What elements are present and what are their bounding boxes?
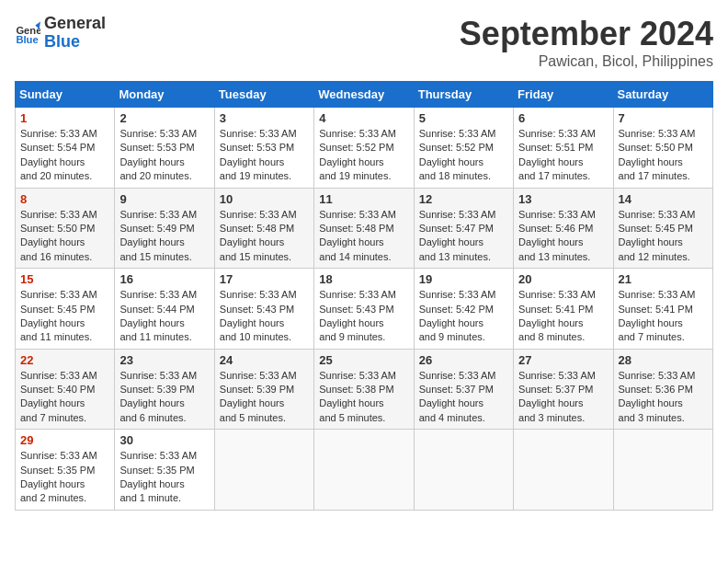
col-sunday: Sunday: [16, 82, 115, 108]
table-row: 23 Sunrise: 5:33 AM Sunset: 5:39 PM Dayl…: [115, 349, 214, 430]
table-row: 24 Sunrise: 5:33 AM Sunset: 5:39 PM Dayl…: [214, 349, 313, 430]
table-row: 7 Sunrise: 5:33 AM Sunset: 5:50 PM Dayli…: [613, 108, 712, 189]
calendar-week-row: 15 Sunrise: 5:33 AM Sunset: 5:45 PM Dayl…: [16, 269, 713, 350]
day-number: 22: [20, 353, 109, 367]
day-info: Sunrise: 5:33 AM Sunset: 5:40 PM Dayligh…: [20, 369, 109, 426]
table-row: 1 Sunrise: 5:33 AM Sunset: 5:54 PM Dayli…: [16, 108, 115, 189]
table-row: [314, 430, 414, 511]
day-number: 14: [619, 192, 708, 206]
logo-general-text: General: [44, 15, 106, 33]
day-info: Sunrise: 5:33 AM Sunset: 5:45 PM Dayligh…: [20, 288, 109, 345]
table-row: 13 Sunrise: 5:33 AM Sunset: 5:46 PM Dayl…: [514, 188, 613, 269]
col-monday: Monday: [115, 82, 214, 108]
calendar-header-row: Sunday Monday Tuesday Wednesday Thursday…: [16, 82, 713, 108]
day-info: Sunrise: 5:33 AM Sunset: 5:46 PM Dayligh…: [518, 208, 608, 265]
day-number: 12: [419, 192, 508, 206]
table-row: 3 Sunrise: 5:33 AM Sunset: 5:53 PM Dayli…: [214, 108, 313, 189]
day-number: 20: [518, 272, 608, 286]
day-info: Sunrise: 5:33 AM Sunset: 5:44 PM Dayligh…: [119, 288, 209, 345]
table-row: 5 Sunrise: 5:33 AM Sunset: 5:52 PM Dayli…: [414, 108, 513, 189]
day-number: 29: [20, 433, 109, 447]
table-row: 25 Sunrise: 5:33 AM Sunset: 5:38 PM Dayl…: [314, 349, 414, 430]
table-row: 8 Sunrise: 5:33 AM Sunset: 5:50 PM Dayli…: [16, 188, 115, 269]
col-saturday: Saturday: [613, 82, 712, 108]
title-area: September 2024 Pawican, Bicol, Philippin…: [460, 15, 713, 70]
table-row: 28 Sunrise: 5:33 AM Sunset: 5:36 PM Dayl…: [613, 349, 712, 430]
day-number: 25: [319, 353, 408, 367]
table-row: 2 Sunrise: 5:33 AM Sunset: 5:53 PM Dayli…: [115, 108, 214, 189]
day-info: Sunrise: 5:33 AM Sunset: 5:43 PM Dayligh…: [220, 288, 309, 345]
table-row: 15 Sunrise: 5:33 AM Sunset: 5:45 PM Dayl…: [16, 269, 115, 350]
day-info: Sunrise: 5:33 AM Sunset: 5:37 PM Dayligh…: [518, 369, 608, 426]
table-row: [214, 430, 313, 511]
calendar: Sunday Monday Tuesday Wednesday Thursday…: [15, 81, 713, 511]
table-row: 16 Sunrise: 5:33 AM Sunset: 5:44 PM Dayl…: [115, 269, 214, 350]
logo-icon: General Blue: [15, 20, 40, 46]
table-row: 9 Sunrise: 5:33 AM Sunset: 5:49 PM Dayli…: [115, 188, 214, 269]
location-title: Pawican, Bicol, Philippines: [460, 53, 713, 70]
day-info: Sunrise: 5:33 AM Sunset: 5:39 PM Dayligh…: [220, 369, 309, 426]
day-info: Sunrise: 5:33 AM Sunset: 5:38 PM Dayligh…: [319, 369, 408, 426]
day-number: 9: [119, 192, 209, 206]
table-row: 12 Sunrise: 5:33 AM Sunset: 5:47 PM Dayl…: [414, 188, 513, 269]
day-number: 10: [220, 192, 309, 206]
day-number: 11: [319, 192, 408, 206]
table-row: 29 Sunrise: 5:33 AM Sunset: 5:35 PM Dayl…: [16, 430, 115, 511]
day-number: 7: [619, 111, 708, 125]
day-info: Sunrise: 5:33 AM Sunset: 5:54 PM Dayligh…: [20, 127, 109, 184]
day-number: 24: [220, 353, 309, 367]
day-number: 27: [518, 353, 608, 367]
day-number: 28: [619, 353, 708, 367]
day-number: 17: [220, 272, 309, 286]
day-number: 3: [220, 111, 309, 125]
day-number: 16: [119, 272, 209, 286]
day-info: Sunrise: 5:33 AM Sunset: 5:43 PM Dayligh…: [319, 288, 408, 345]
month-title: September 2024: [460, 15, 713, 53]
day-info: Sunrise: 5:33 AM Sunset: 5:51 PM Dayligh…: [518, 127, 608, 184]
logo: General Blue General Blue: [15, 15, 106, 52]
day-info: Sunrise: 5:33 AM Sunset: 5:52 PM Dayligh…: [419, 127, 508, 184]
table-row: 22 Sunrise: 5:33 AM Sunset: 5:40 PM Dayl…: [16, 349, 115, 430]
day-number: 5: [419, 111, 508, 125]
day-number: 18: [319, 272, 408, 286]
table-row: 10 Sunrise: 5:33 AM Sunset: 5:48 PM Dayl…: [214, 188, 313, 269]
table-row: [414, 430, 513, 511]
logo-blue-text: Blue: [44, 33, 106, 52]
table-row: 17 Sunrise: 5:33 AM Sunset: 5:43 PM Dayl…: [214, 269, 313, 350]
day-info: Sunrise: 5:33 AM Sunset: 5:41 PM Dayligh…: [619, 288, 708, 345]
day-info: Sunrise: 5:33 AM Sunset: 5:48 PM Dayligh…: [319, 208, 408, 265]
day-info: Sunrise: 5:33 AM Sunset: 5:39 PM Dayligh…: [119, 369, 209, 426]
day-number: 8: [20, 192, 109, 206]
day-number: 4: [319, 111, 408, 125]
day-number: 1: [20, 111, 109, 125]
col-tuesday: Tuesday: [214, 82, 313, 108]
day-number: 30: [119, 433, 209, 447]
day-number: 15: [20, 272, 109, 286]
table-row: [613, 430, 712, 511]
day-info: Sunrise: 5:33 AM Sunset: 5:42 PM Dayligh…: [419, 288, 508, 345]
day-number: 19: [419, 272, 508, 286]
header: General Blue General Blue September 2024…: [15, 15, 713, 70]
day-number: 23: [119, 353, 209, 367]
col-friday: Friday: [514, 82, 613, 108]
table-row: 20 Sunrise: 5:33 AM Sunset: 5:41 PM Dayl…: [514, 269, 613, 350]
day-info: Sunrise: 5:33 AM Sunset: 5:37 PM Dayligh…: [419, 369, 508, 426]
day-info: Sunrise: 5:33 AM Sunset: 5:36 PM Dayligh…: [619, 369, 708, 426]
table-row: 27 Sunrise: 5:33 AM Sunset: 5:37 PM Dayl…: [514, 349, 613, 430]
table-row: 26 Sunrise: 5:33 AM Sunset: 5:37 PM Dayl…: [414, 349, 513, 430]
table-row: 21 Sunrise: 5:33 AM Sunset: 5:41 PM Dayl…: [613, 269, 712, 350]
svg-text:Blue: Blue: [16, 34, 38, 45]
calendar-week-row: 8 Sunrise: 5:33 AM Sunset: 5:50 PM Dayli…: [16, 188, 713, 269]
day-number: 26: [419, 353, 508, 367]
day-info: Sunrise: 5:33 AM Sunset: 5:52 PM Dayligh…: [319, 127, 408, 184]
day-info: Sunrise: 5:33 AM Sunset: 5:35 PM Dayligh…: [20, 449, 109, 506]
calendar-week-row: 22 Sunrise: 5:33 AM Sunset: 5:40 PM Dayl…: [16, 349, 713, 430]
table-row: 11 Sunrise: 5:33 AM Sunset: 5:48 PM Dayl…: [314, 188, 414, 269]
day-number: 21: [619, 272, 708, 286]
day-info: Sunrise: 5:33 AM Sunset: 5:53 PM Dayligh…: [220, 127, 309, 184]
table-row: 14 Sunrise: 5:33 AM Sunset: 5:45 PM Dayl…: [613, 188, 712, 269]
calendar-week-row: 1 Sunrise: 5:33 AM Sunset: 5:54 PM Dayli…: [16, 108, 713, 189]
table-row: [514, 430, 613, 511]
day-number: 2: [119, 111, 209, 125]
day-number: 13: [518, 192, 608, 206]
